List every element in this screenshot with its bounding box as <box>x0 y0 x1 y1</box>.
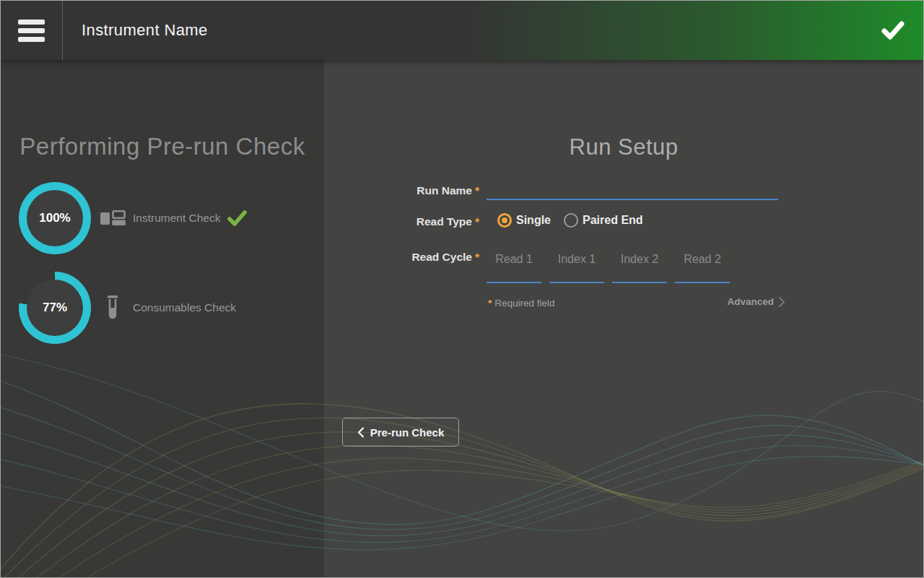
run-name-input[interactable] <box>487 177 778 200</box>
index-1-input[interactable]: Index 1 <box>549 253 604 283</box>
required-asterisk: * <box>475 215 479 228</box>
page-title: Instrument Name <box>82 21 208 40</box>
radio-unselected-icon <box>564 213 578 228</box>
read-type-radio-group: Single Paired End <box>497 212 656 229</box>
radio-option-single[interactable]: Single <box>497 213 551 228</box>
check-icon <box>880 17 906 43</box>
precheck-panel: Performing Pre-run Check 100% Instrument… <box>1 60 324 577</box>
read-1-input[interactable]: Read 1 <box>487 253 541 283</box>
read-type-label: Read Type* <box>324 215 479 229</box>
hamburger-icon <box>18 16 45 46</box>
required-asterisk: * <box>475 251 479 263</box>
read-cycle-label: Read Cycle* <box>324 250 479 264</box>
radio-label: Single <box>516 214 551 227</box>
consumables-check-item: 77% Consumables Check <box>19 271 324 345</box>
back-button-label: Pre-run Check <box>370 426 445 439</box>
instrument-check-item: 100% Instrument Check <box>19 181 324 255</box>
precheck-title: Performing Pre-run Check <box>1 133 324 160</box>
check-item-label: Instrument Check <box>133 212 220 225</box>
required-asterisk: * <box>475 184 479 197</box>
check-complete-icon <box>227 210 247 227</box>
pre-run-check-back-button[interactable]: Pre-run Check <box>342 418 459 447</box>
read-2-input[interactable]: Read 2 <box>675 253 730 283</box>
progress-percent: 77% <box>43 301 67 315</box>
run-name-label: Run Name* <box>324 184 479 198</box>
consumables-check-progress-ring: 77% <box>19 272 91 344</box>
radio-selected-icon <box>497 213 512 228</box>
chevron-right-icon <box>778 297 785 307</box>
menu-button[interactable] <box>1 1 63 60</box>
radio-label: Paired End <box>583 214 643 227</box>
advanced-link[interactable]: Advanced <box>487 296 785 307</box>
test-tube-icon <box>97 296 128 321</box>
progress-percent: 100% <box>39 211 70 225</box>
instrument-icon <box>97 208 128 228</box>
run-setup-panel: Run Setup Run Name* Read Type* Single Pa… <box>324 60 923 577</box>
app-header: Instrument Name <box>1 1 923 60</box>
instrument-check-progress-ring: 100% <box>19 182 91 254</box>
run-setup-title: Run Setup <box>324 134 923 160</box>
app-window: Instrument Name Performing Pre-run Check… <box>0 0 924 578</box>
index-2-input[interactable]: Index 2 <box>612 253 667 283</box>
radio-option-paired-end[interactable]: Paired End <box>564 213 643 228</box>
chevron-left-icon <box>357 427 364 438</box>
check-item-label: Consumables Check <box>133 301 236 314</box>
